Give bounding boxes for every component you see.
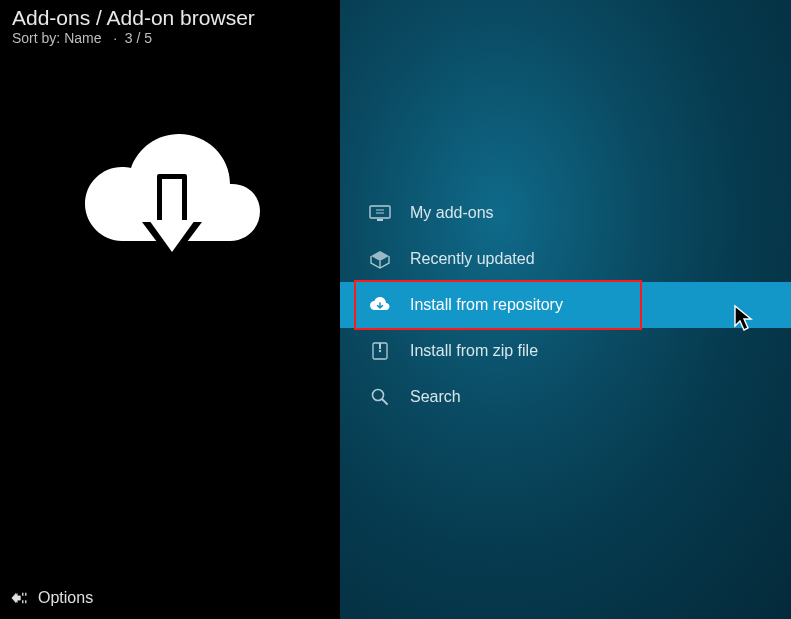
zip-icon — [368, 339, 392, 363]
left-panel: Add-ons / Add-on browser Sort by: Name ·… — [0, 0, 340, 619]
category-art — [0, 54, 340, 619]
menu-list: My add-ons Recently updated Install from… — [340, 190, 791, 420]
svg-rect-4 — [370, 206, 390, 218]
list-position: 3 / 5 — [125, 30, 152, 46]
myaddons-icon — [368, 201, 392, 225]
menu-item-my-addons[interactable]: My add-ons — [340, 190, 791, 236]
sort-prefix: Sort by: — [12, 30, 64, 46]
menu-item-label: Install from zip file — [410, 342, 538, 360]
menu-item-label: Recently updated — [410, 250, 535, 268]
app-root: Add-ons / Add-on browser Sort by: Name ·… — [0, 0, 791, 619]
menu-item-install-from-zip[interactable]: Install from zip file — [340, 328, 791, 374]
cloud-download-icon — [65, 114, 275, 284]
svg-rect-5 — [377, 219, 383, 221]
menu-item-label: Install from repository — [410, 296, 563, 314]
box-icon — [368, 247, 392, 271]
menu-item-search[interactable]: Search — [340, 374, 791, 420]
menu-item-recently-updated[interactable]: Recently updated — [340, 236, 791, 282]
svg-rect-2 — [162, 179, 182, 224]
right-panel: My add-ons Recently updated Install from… — [340, 0, 791, 619]
svg-point-7 — [379, 350, 381, 352]
cloud-down-icon — [368, 293, 392, 317]
options-label: Options — [38, 589, 93, 607]
sort-separator: · — [105, 30, 124, 46]
sort-value: Name — [64, 30, 101, 46]
svg-line-9 — [383, 400, 388, 405]
sort-line: Sort by: Name · 3 / 5 — [0, 30, 340, 54]
search-icon — [368, 385, 392, 409]
svg-point-8 — [373, 390, 384, 401]
breadcrumb: Add-ons / Add-on browser — [0, 0, 340, 30]
options-button[interactable]: Options — [10, 589, 93, 607]
options-arrow-icon — [10, 589, 28, 607]
menu-item-label: My add-ons — [410, 204, 494, 222]
menu-item-label: Search — [410, 388, 461, 406]
menu-item-install-from-repository[interactable]: Install from repository — [340, 282, 791, 328]
